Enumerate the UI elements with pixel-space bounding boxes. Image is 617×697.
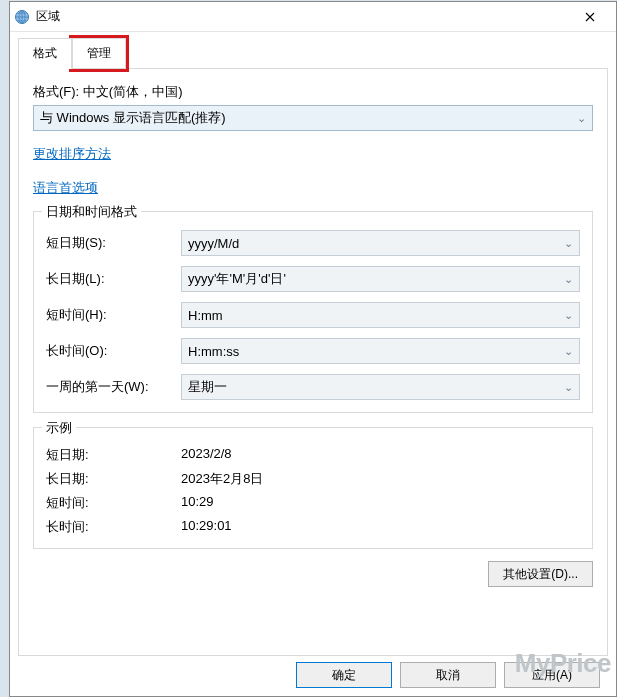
cancel-button[interactable]: 取消 <box>400 662 496 688</box>
short-date-label: 短日期(S): <box>46 234 181 252</box>
link-language-preferences[interactable]: 语言首选项 <box>33 179 593 197</box>
link-change-sort-method[interactable]: 更改排序方法 <box>33 145 593 163</box>
example-group-title: 示例 <box>42 419 76 437</box>
first-day-dropdown[interactable]: 星期一 ⌄ <box>181 374 580 400</box>
first-day-value: 星期一 <box>188 378 227 396</box>
tab-format[interactable]: 格式 <box>18 38 72 69</box>
format-label: 格式(F): 中文(简体，中国) <box>33 83 593 101</box>
first-day-label: 一周的第一天(W): <box>46 378 181 396</box>
example-short-date-value: 2023/2/8 <box>181 446 580 464</box>
example-long-date-label: 长日期: <box>46 470 181 488</box>
dialog-footer: 确定 取消 应用(A) <box>18 656 608 688</box>
short-time-dropdown[interactable]: H:mm ⌄ <box>181 302 580 328</box>
client-area: 格式 管理 格式(F): 中文(简体，中国) 与 Windows 显示语言匹配(… <box>10 32 616 696</box>
format-tab-panel: 格式(F): 中文(简体，中国) 与 Windows 显示语言匹配(推荐) ⌄ … <box>18 68 608 656</box>
example-group: 示例 短日期: 2023/2/8 长日期: 2023年2月8日 短时间: 10:… <box>33 427 593 549</box>
example-long-date-value: 2023年2月8日 <box>181 470 580 488</box>
long-time-dropdown[interactable]: H:mm:ss ⌄ <box>181 338 580 364</box>
long-time-value: H:mm:ss <box>188 344 239 359</box>
format-dropdown[interactable]: 与 Windows 显示语言匹配(推荐) ⌄ <box>33 105 593 131</box>
chevron-down-icon: ⌄ <box>577 112 586 125</box>
long-date-dropdown[interactable]: yyyy'年'M'月'd'日' ⌄ <box>181 266 580 292</box>
apply-button[interactable]: 应用(A) <box>504 662 600 688</box>
format-dropdown-value: 与 Windows 显示语言匹配(推荐) <box>40 109 226 127</box>
long-date-label: 长日期(L): <box>46 270 181 288</box>
chevron-down-icon: ⌄ <box>564 273 573 286</box>
tab-admin-label: 管理 <box>87 46 111 60</box>
close-button[interactable] <box>567 3 612 31</box>
short-time-label: 短时间(H): <box>46 306 181 324</box>
titlebar: 区域 <box>10 2 616 32</box>
chevron-down-icon: ⌄ <box>564 309 573 322</box>
long-date-value: yyyy'年'M'月'd'日' <box>188 270 286 288</box>
long-time-label: 长时间(O): <box>46 342 181 360</box>
example-short-time-label: 短时间: <box>46 494 181 512</box>
example-long-time-label: 长时间: <box>46 518 181 536</box>
example-short-time-value: 10:29 <box>181 494 580 512</box>
additional-settings-button[interactable]: 其他设置(D)... <box>488 561 593 587</box>
example-short-date-label: 短日期: <box>46 446 181 464</box>
ok-button[interactable]: 确定 <box>296 662 392 688</box>
globe-icon <box>14 9 30 25</box>
chevron-down-icon: ⌄ <box>564 345 573 358</box>
short-date-dropdown[interactable]: yyyy/M/d ⌄ <box>181 230 580 256</box>
tab-strip: 格式 管理 <box>18 38 608 69</box>
datetime-format-group-title: 日期和时间格式 <box>42 203 141 221</box>
short-time-value: H:mm <box>188 308 223 323</box>
example-long-time-value: 10:29:01 <box>181 518 580 536</box>
chevron-down-icon: ⌄ <box>564 237 573 250</box>
region-dialog: 区域 格式 管理 格式(F): 中文(简体，中国) 与 Windows 显示语言… <box>9 1 617 697</box>
window-title: 区域 <box>36 8 567 25</box>
tab-admin[interactable]: 管理 <box>72 38 126 69</box>
short-date-value: yyyy/M/d <box>188 236 239 251</box>
tab-format-label: 格式 <box>33 46 57 60</box>
chevron-down-icon: ⌄ <box>564 381 573 394</box>
datetime-format-group: 日期和时间格式 短日期(S): yyyy/M/d ⌄ 长日期(L): yyyy'… <box>33 211 593 413</box>
